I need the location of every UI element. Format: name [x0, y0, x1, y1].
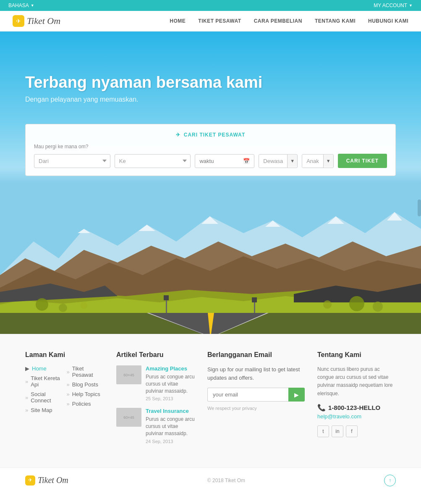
nav-hubungi-kami[interactable]: HUBUNGI KAMI — [368, 18, 408, 24]
main-nav: HOME TIKET PESAWAT CARA PEMBELIAN TENTAN… — [170, 18, 408, 24]
svg-point-26 — [81, 302, 87, 309]
back-to-top-button[interactable]: ↑ — [384, 475, 396, 486]
email-description: Sign up for our mailing list to get late… — [207, 365, 305, 382]
email-form: ▶ — [207, 388, 305, 402]
hero-subtitle: Dengan pelayanan yang memuaskan. — [25, 96, 262, 103]
search-question: Mau pergi ke mana om? — [34, 144, 387, 150]
scrollbar-hint — [418, 200, 421, 216]
search-title: CARI TIKET PESAWAT — [184, 132, 245, 138]
phone-icon: 📞 — [317, 404, 326, 412]
footer-col2-title: Artikel Terbaru — [116, 351, 195, 359]
footer-logo-text: Tiket Om — [38, 475, 68, 485]
adult-stepper: Dewasa ▼ — [259, 154, 298, 168]
language-arrow: ▼ — [31, 3, 34, 8]
footer-logo-icon: ✈ — [25, 475, 35, 486]
linkedin-icon[interactable]: in — [332, 425, 343, 437]
arrow-icon: » — [25, 378, 28, 385]
nav-cara-pembelian[interactable]: CARA PEMBELIAN — [254, 18, 302, 24]
footer-link-sitemap[interactable]: » Site Map — [25, 407, 63, 413]
footer-copyright: © 2018 Tiket Om — [207, 478, 245, 483]
account-arrow: ▼ — [409, 3, 413, 8]
footer-link-help[interactable]: » Help Topics — [67, 391, 104, 397]
logo[interactable]: ✈ Tiket Om — [13, 15, 60, 27]
footer-col-email: Berlangganan Email Sign up for our maili… — [207, 351, 305, 451]
footer-bottom: ✈ Tiket Om © 2018 Tiket Om ↑ — [0, 467, 421, 493]
date-field[interactable]: 📅 — [195, 154, 254, 168]
footer-col-laman-kami: Laman Kami ▶ Home » Tiket Kereta Api » S… — [25, 351, 104, 451]
article-item-1: 60×45 Amazing Places Purus ac congue arc… — [116, 365, 195, 401]
email-input[interactable] — [207, 388, 288, 402]
about-description: Nunc cursus libero purus ac congue arcu … — [317, 365, 396, 398]
account-selector[interactable]: MY ACCOUNT ▼ — [374, 3, 413, 8]
svg-rect-19 — [164, 295, 169, 300]
search-header: ✈ CARI TIKET PESAWAT — [34, 132, 387, 138]
footer-links-grid: ▶ Home » Tiket Kereta Api » Social Conne… — [25, 365, 104, 417]
footer-col-tentang: Tentang Kami Nunc cursus libero purus ac… — [317, 351, 396, 451]
header: ✈ Tiket Om HOME TIKET PESAWAT CARA PEMBE… — [0, 11, 421, 32]
facebook-icon[interactable]: f — [346, 425, 358, 437]
article-desc-2: Purus ac congue arcu cursus ut vitae pul… — [146, 416, 195, 437]
article-content-1: Amazing Places Purus ac congue arcu curs… — [146, 365, 195, 401]
article-thumb-2: 60×45 — [116, 408, 141, 427]
hero-title: Terbang nyaman bersama kami — [25, 74, 262, 92]
plane-icon: ✈ — [176, 132, 180, 138]
arrow-icon: » — [67, 381, 70, 388]
article-title-2[interactable]: Travel Insurance — [146, 408, 195, 414]
search-button[interactable]: CARI TIKET — [338, 154, 387, 168]
svg-point-24 — [349, 296, 364, 311]
language-selector[interactable]: BAHASA ▼ — [8, 3, 34, 8]
hero-landscape — [0, 191, 421, 334]
child-stepper: Anak ▼ — [302, 154, 334, 168]
footer-link-tiket-pesawat[interactable]: » Tiket Pesawat — [67, 365, 104, 378]
to-select[interactable]: Ke — [115, 154, 191, 168]
svg-point-25 — [373, 302, 383, 312]
arrow-icon: » — [67, 401, 70, 407]
phone-number: 1-800-123-HELLO — [328, 404, 380, 411]
footer-logo[interactable]: ✈ Tiket Om — [25, 475, 68, 486]
article-content-2: Travel Insurance Purus ac congue arcu cu… — [146, 408, 195, 444]
svg-rect-21 — [252, 297, 257, 302]
arrow-icon: ▶ — [25, 365, 29, 372]
child-stepper-btn[interactable]: ▼ — [324, 155, 333, 167]
logo-icon: ✈ — [13, 15, 24, 27]
svg-rect-18 — [166, 298, 167, 313]
svg-point-23 — [59, 304, 67, 312]
arrow-icon: » — [25, 394, 28, 401]
footer-link-policies[interactable]: » Policies — [67, 401, 104, 407]
adult-label: Dewasa — [259, 155, 288, 168]
footer-link-blog[interactable]: » Blog Posts — [67, 381, 104, 388]
child-label: Anak — [302, 155, 324, 168]
nav-home[interactable]: HOME — [170, 18, 186, 24]
footer-link-social[interactable]: » Social Connect — [25, 391, 63, 404]
twitter-icon[interactable]: t — [317, 425, 329, 437]
social-icons: t in f — [317, 425, 396, 437]
date-input[interactable] — [199, 158, 241, 164]
logo-text: Tiket Om — [27, 16, 60, 26]
article-title-1[interactable]: Amazing Places — [146, 365, 195, 372]
language-label: BAHASA — [8, 3, 29, 8]
hero-section: Terbang nyaman bersama kami Dengan pelay… — [0, 32, 421, 334]
adult-stepper-btn[interactable]: ▼ — [288, 155, 297, 167]
top-bar: BAHASA ▼ MY ACCOUNT ▼ — [0, 0, 421, 11]
svg-marker-2 — [139, 225, 155, 231]
footer-link-home[interactable]: ▶ Home — [25, 365, 63, 372]
svg-marker-1 — [78, 229, 90, 233]
svg-point-27 — [323, 300, 332, 309]
email-submit-button[interactable]: ▶ — [288, 388, 305, 402]
footer-links-left: ▶ Home » Tiket Kereta Api » Social Conne… — [25, 365, 63, 417]
footer-link-kereta[interactable]: » Tiket Kereta Api — [25, 375, 63, 388]
article-date-2: 24 Sep, 2013 — [146, 439, 195, 444]
from-select[interactable]: Dari — [34, 154, 110, 168]
account-label: MY ACCOUNT — [374, 3, 407, 8]
footer-col-artikel: Artikel Terbaru 60×45 Amazing Places Pur… — [116, 351, 195, 451]
nav-tentang-kami[interactable]: TENTANG KAMI — [315, 18, 356, 24]
footer-col1-title: Laman Kami — [25, 351, 104, 359]
footer-main: Laman Kami ▶ Home » Tiket Kereta Api » S… — [0, 334, 421, 467]
about-email[interactable]: help@travelo.com — [317, 413, 396, 420]
article-item-2: 60×45 Travel Insurance Purus ac congue a… — [116, 408, 195, 444]
arrow-icon: » — [67, 369, 70, 375]
svg-point-22 — [36, 298, 48, 311]
footer-col4-title: Tentang Kami — [317, 351, 396, 359]
nav-tiket-pesawat[interactable]: TIKET PESAWAT — [198, 18, 241, 24]
arrow-icon: » — [25, 407, 28, 413]
